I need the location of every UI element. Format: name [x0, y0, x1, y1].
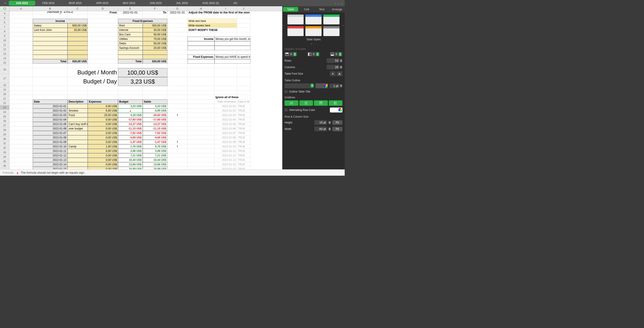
date-increment[interactable]: 2022-01-05	[214, 122, 237, 126]
cell[interactable]	[10, 162, 33, 167]
income-amount[interactable]	[68, 55, 88, 59]
fixed-label[interactable]	[118, 55, 143, 59]
fixed-amount[interactable]: 70,00 US$	[143, 37, 168, 41]
ledger-budget[interactable]: 10,44 US$	[118, 158, 143, 162]
row-header[interactable]: 29	[0, 132, 9, 137]
header-cols-stepper[interactable]: 0▲▼	[307, 52, 320, 56]
ledger-row-warning[interactable]	[168, 104, 188, 108]
cell[interactable]	[188, 140, 214, 144]
date-increment[interactable]: 2022-01-07	[214, 131, 237, 135]
width-fit-button[interactable]: Fit	[332, 127, 342, 131]
cell[interactable]	[10, 117, 33, 122]
fixed-amount[interactable]: 50,00 US$	[143, 41, 168, 46]
cell[interactable]	[10, 167, 33, 169]
cell[interactable]	[188, 41, 214, 46]
ledger-budget[interactable]: -4,69 US$	[118, 135, 143, 140]
row-header[interactable]: 30	[0, 137, 9, 141]
ledger-date[interactable]: 2022-01-08	[33, 135, 68, 140]
fixed-header[interactable]: Fixed Expenses	[118, 19, 168, 23]
cell[interactable]	[68, 95, 88, 100]
select-all-corner[interactable]	[0, 6, 10, 11]
cell[interactable]	[88, 46, 118, 50]
ledger-date[interactable]: 2022-01-02	[33, 108, 68, 113]
ledger-row-warning[interactable]: !	[168, 144, 188, 149]
income-def[interactable]: Money you get this month, including loan…	[214, 37, 250, 41]
add-sheet-button[interactable]: +	[2, 1, 9, 5]
alt-row-color-well[interactable]	[330, 108, 342, 113]
month-title[interactable]: January 2022	[33, 11, 88, 14]
cell[interactable]	[10, 37, 33, 41]
spreadsheet-area[interactable]: ABCDEFGHIJ 45678910111213141516171819202…	[0, 6, 282, 169]
income-header[interactable]: Income	[33, 19, 88, 23]
ledger-header-desc[interactable]: Description	[68, 100, 88, 104]
cell[interactable]	[33, 68, 68, 77]
cell[interactable]	[33, 14, 68, 19]
ledger-date[interactable]: 2022-01-06	[33, 126, 68, 131]
fixed-amount[interactable]: 30,00 US$	[143, 28, 168, 32]
cell[interactable]	[168, 100, 188, 104]
ledger-budget[interactable]: -14,37 US$	[118, 122, 143, 126]
cell[interactable]	[237, 19, 250, 23]
cell[interactable]	[10, 104, 33, 108]
date-increment[interactable]: 2022-01-11	[214, 149, 237, 153]
cell[interactable]	[237, 86, 250, 91]
ledger-budget[interactable]: 3,23 US$	[118, 104, 143, 108]
height-input[interactable]	[314, 120, 327, 125]
ledger-budget[interactable]: 13,66 US$	[118, 162, 143, 167]
inspector-tab-cell[interactable]: Cell	[299, 6, 314, 12]
cell[interactable]	[88, 50, 118, 55]
ledger-row-warning[interactable]	[168, 158, 188, 162]
date-increment[interactable]: 2022-01-02	[214, 108, 237, 113]
cell[interactable]	[10, 68, 33, 77]
cell[interactable]	[143, 86, 168, 91]
gridlines-vertical-button[interactable]	[299, 100, 313, 106]
cell[interactable]	[10, 158, 33, 162]
ledger-date[interactable]: 2022-01-04	[33, 117, 68, 122]
cell[interactable]	[88, 14, 118, 19]
cell[interactable]	[10, 135, 33, 140]
ledger-date[interactable]: 2022-01-07	[33, 131, 68, 135]
cell[interactable]	[10, 126, 33, 131]
sheet-tab[interactable]: MAY 2015	[116, 1, 142, 5]
row-header[interactable]: 20	[0, 92, 9, 96]
cell[interactable]	[188, 50, 214, 55]
row-header[interactable]: 15	[0, 60, 9, 65]
row-header[interactable]: 19	[0, 87, 9, 92]
cell[interactable]	[188, 144, 214, 149]
ledger-header-expenses[interactable]: Expenses	[88, 100, 118, 104]
row-header[interactable]: 23	[0, 105, 9, 110]
cell[interactable]	[88, 41, 118, 46]
row-header[interactable]: 18	[0, 83, 9, 87]
row-header[interactable]: 8	[0, 29, 9, 34]
date-increment[interactable]: 2022-01-04	[214, 117, 237, 122]
cell[interactable]: To	[143, 11, 168, 14]
cell[interactable]	[10, 149, 33, 153]
styles-page-dots[interactable]: ● ○	[284, 43, 342, 45]
ledger-expense[interactable]: 0,00 US$	[88, 162, 118, 167]
row-header[interactable]: 17	[0, 74, 9, 83]
ledger-row-warning[interactable]	[168, 167, 188, 169]
ledger-budget[interactable]: -11,15 US$	[118, 126, 143, 131]
ledger-saldo[interactable]: 3,23 US$	[143, 104, 168, 108]
column-header[interactable]: C	[68, 6, 88, 11]
ledger-row-warning[interactable]	[168, 135, 188, 140]
date-in-month[interactable]: TRUE	[237, 162, 250, 167]
cell[interactable]	[188, 153, 214, 158]
cell[interactable]	[188, 68, 214, 77]
table-style-6[interactable]	[323, 26, 340, 36]
ledger-saldo[interactable]: 0,76 US$	[143, 144, 168, 149]
cell[interactable]	[88, 28, 118, 32]
cell[interactable]: From	[88, 11, 118, 14]
fixed-label[interactable]: Rent	[118, 23, 143, 28]
ledger-budget[interactable]: -1,47 US$	[118, 140, 143, 144]
date-in-month[interactable]: TRUE	[237, 135, 250, 140]
ledger-saldo[interactable]: -14,37 US$	[143, 122, 168, 126]
cell[interactable]	[10, 46, 33, 50]
cell[interactable]	[68, 91, 88, 95]
row-header[interactable]: 35	[0, 159, 9, 164]
sheet-tab[interactable]: JUN 2015	[142, 1, 169, 5]
cell[interactable]	[188, 46, 214, 50]
cell[interactable]	[10, 95, 33, 100]
font-larger-button[interactable]: A	[336, 71, 342, 76]
cell[interactable]	[214, 77, 237, 86]
